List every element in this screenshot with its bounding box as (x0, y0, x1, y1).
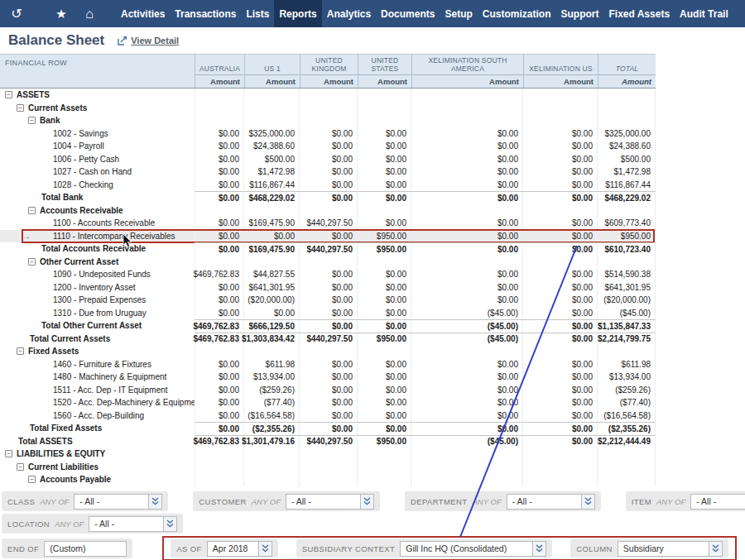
amount-cell (523, 204, 598, 218)
collapse-minus-icon[interactable]: − (17, 104, 24, 112)
location-dropdown[interactable]: - All - (89, 516, 177, 532)
collapse-minus-icon[interactable]: − (28, 117, 36, 124)
item-dropdown[interactable]: - All - (690, 494, 745, 510)
amount-cell: $0.00 (523, 127, 598, 141)
department-dropdown[interactable]: - All - (507, 494, 595, 510)
nav-item-reports[interactable]: Reports (274, 0, 321, 27)
nav-item-activities[interactable]: Activities (116, 0, 170, 27)
collapse-minus-icon[interactable]: − (28, 207, 36, 214)
amount-cell (195, 114, 244, 127)
amount-cell (598, 102, 656, 115)
table-row[interactable]: Total ASSETS$469,762.83$1,301,479.16$440… (0, 435, 656, 448)
amount-cell: $500.00 (244, 153, 300, 166)
collapse-minus-icon[interactable]: − (17, 463, 24, 471)
table-row[interactable]: 1006 - Petty Cash$0.00$500.00$0.00$0.00$… (0, 153, 656, 166)
collapse-minus-icon[interactable]: − (17, 347, 24, 355)
filter-value: - All - (74, 494, 148, 510)
nav-item-lists[interactable]: Lists (241, 0, 274, 27)
customer-dropdown[interactable]: - All - (286, 494, 374, 510)
table-row[interactable]: −Current Liabilities (0, 461, 656, 474)
nav-item-support[interactable]: Support (555, 0, 603, 27)
amount-cell: $0.00 (300, 127, 358, 141)
shortcuts-star-icon[interactable]: ★ (51, 7, 71, 22)
filter-operator: ANY OF (40, 497, 69, 506)
table-row[interactable]: Total Accounts Receivable$0.00$169,475.9… (0, 242, 656, 256)
amount-cell: $169,475.90 (244, 242, 300, 256)
table-row[interactable]: 1511 - Acc. Dep - IT Equipment$0.00($259… (0, 384, 656, 397)
table-row[interactable]: Total Bank$0.00$468,229.02$0.00$0.00$0.0… (0, 191, 656, 204)
row-label-cell: −ASSETS (0, 90, 195, 99)
amount-cell (523, 461, 598, 474)
nav-item-customization[interactable]: Customization (478, 0, 556, 27)
row-label: Accounts Payable (40, 475, 111, 484)
table-row[interactable]: −Accounts Payable (0, 473, 656, 486)
collapse-minus-icon[interactable]: − (28, 476, 36, 483)
collapse-minus-icon[interactable]: − (5, 450, 12, 457)
amount-cell: $440,297.50 (300, 217, 358, 230)
recent-records-icon[interactable]: ↺ (7, 6, 26, 22)
dropdown-chevron-icon[interactable] (581, 494, 595, 510)
row-label: Fixed Assets (28, 347, 79, 356)
amount-cell: $0.00 (358, 281, 411, 294)
table-row[interactable]: −LIABILITIES & EQUITY (0, 448, 656, 461)
table-row[interactable]: →1110 - Intercompany Receivables$0.00$0.… (0, 230, 656, 243)
table-row[interactable]: 1200 - Inventory Asset$0.00$641,301.95$0… (0, 281, 656, 294)
nav-item-setup[interactable]: Setup (440, 0, 477, 27)
table-row[interactable]: 1028 - Checking$0.00$116,867.44$0.00$0.0… (0, 179, 656, 192)
view-detail-link[interactable]: View Detail (118, 36, 179, 45)
amount-cell (411, 461, 523, 474)
row-label: Total Other Current Asset (41, 321, 142, 330)
table-row[interactable]: −Current Assets (0, 102, 656, 115)
nav-item-documents[interactable]: Documents (376, 0, 440, 27)
column-dropdown[interactable]: Subsidiary (618, 541, 723, 557)
collapse-minus-icon[interactable]: − (5, 91, 12, 98)
as-of-dropdown[interactable]: Apr 2018 (207, 541, 272, 557)
end-of-field[interactable]: (Custom) (44, 541, 127, 557)
table-row[interactable]: Total Current Assets$469,762.83$1,303,83… (0, 333, 656, 346)
nav-item-audit-trail[interactable]: Audit Trail (675, 0, 733, 27)
table-row[interactable]: 1460 - Furniture & Fixtures$0.00$611.98$… (0, 358, 656, 371)
amount-cell (244, 256, 300, 269)
table-row[interactable]: 1027 - Cash on Hand$0.00$1,472.98$0.00$0… (0, 165, 656, 179)
table-row[interactable]: −Bank (0, 114, 656, 127)
nav-item-transactions[interactable]: Transactions (170, 0, 241, 27)
amount-cell: $950.00 (358, 230, 411, 243)
table-row[interactable]: −Other Current Asset (0, 256, 656, 269)
as-of-value: Apr 2018 (207, 541, 258, 557)
amount-cell: ($16,564.58) (598, 409, 656, 423)
table-row[interactable]: −Fixed Assets (0, 345, 656, 358)
amount-cell (598, 448, 656, 461)
footer-highlight-box: AS OF Apr 2018 SUBSIDIARY CONTEXT Gill I… (162, 536, 737, 560)
class-dropdown[interactable]: - All - (74, 494, 162, 510)
dropdown-chevron-icon[interactable] (163, 516, 177, 532)
table-row[interactable]: 1520 - Acc. Dep-Machinery & Equipment$0.… (0, 396, 656, 409)
dropdown-chevron-icon[interactable] (532, 541, 546, 557)
amount-cell (195, 345, 244, 358)
dropdown-chevron-icon[interactable] (360, 494, 374, 510)
amount-cell: ($77.40) (244, 396, 300, 409)
table-row[interactable]: 1100 - Accounts Receivable$0.00$169,475.… (0, 217, 656, 230)
table-row[interactable]: Total Other Current Asset$469,762.83$666… (0, 319, 656, 333)
row-label-cell: 1004 - Payroll (0, 141, 195, 151)
table-row[interactable]: −Accounts Receivable (0, 204, 656, 218)
filter-operator: ANY OF (252, 497, 281, 506)
table-row[interactable]: 1300 - Prepaid Expenses$0.00($20,000.00)… (0, 294, 656, 307)
collapse-minus-icon[interactable]: − (28, 258, 36, 266)
amount-cell (411, 256, 523, 269)
row-label: 1310 - Due from Uruguay (53, 309, 147, 318)
table-row[interactable]: 1560 - Acc. Dep-Building$0.00($16,564.58… (0, 409, 656, 423)
table-row[interactable]: 1002 - Savings$0.00$325,000.00$0.00$0.00… (0, 127, 656, 141)
table-row[interactable]: 1310 - Due from Uruguay$0.00$0.00$0.00$0… (0, 307, 656, 320)
table-row[interactable]: −ASSETS (0, 89, 656, 102)
table-row[interactable]: Total Fixed Assets$0.00($2,355.26)$0.00$… (0, 422, 656, 435)
dropdown-chevron-icon[interactable] (148, 494, 162, 510)
home-icon[interactable]: ⌂ (79, 7, 99, 22)
table-row[interactable]: 1480 - Machinery & Equipment$0.00$13,934… (0, 371, 656, 384)
table-row[interactable]: 1004 - Payroll$0.00$24,388.60$0.00$0.00$… (0, 140, 656, 153)
nav-item-fixed-assets[interactable]: Fixed Assets (603, 0, 675, 27)
table-row[interactable]: 1090 - Undeposited Funds$469,762.83$44,8… (0, 268, 656, 281)
dropdown-chevron-icon[interactable] (709, 541, 723, 557)
nav-item-analytics[interactable]: Analytics (322, 0, 376, 27)
dropdown-chevron-icon[interactable] (258, 541, 272, 557)
subsidiary-context-dropdown[interactable]: Gill Inc HQ (Consolidated) (400, 541, 546, 557)
